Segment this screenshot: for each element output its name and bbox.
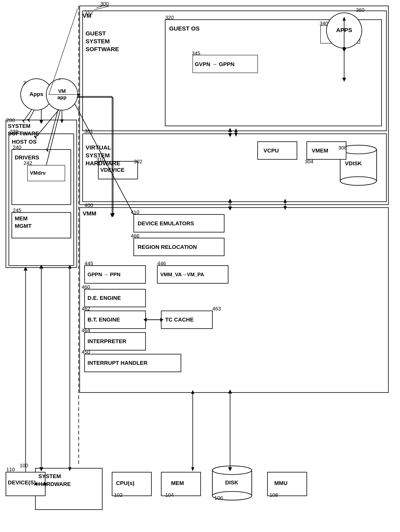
system-hardware-label: SYSTEM [38,473,61,479]
interrupt-handler-text: INTERRUPT HANDLER [88,360,148,366]
ref-104: 104 [165,492,174,498]
ref-460: 460 [82,284,90,290]
ref-245: 245 [13,207,21,213]
de-engine-text: D.E. ENGINE [88,295,121,301]
ref-340: 340 [319,20,328,26]
vdisk-text: VDISK [345,160,362,166]
guest-os-label: GUEST OS [169,25,200,32]
mem-mgmt-text2: MGMT [15,223,32,229]
ref-445: 445 [85,260,93,266]
ref-312: 312 [85,9,93,15]
ref-200: 200 [6,117,15,123]
svg-point-22 [212,466,252,475]
ref-302: 302 [134,158,142,165]
ref-464: 464 [82,327,90,333]
apps-left-text: Apps [30,91,43,97]
system-software-label: SYSTEM [8,123,31,129]
diagram-container: 300 VM 312 GUEST SYSTEM SOFTWARE 320 GUE… [0,0,400,532]
gppn-ppn-text: GPPN → PPN [88,272,120,277]
vdevice-text: VDEVICE [100,167,125,173]
ref-304: 304 [305,158,313,165]
ref-400: 400 [85,202,93,208]
ref-306: 306 [338,145,347,151]
ref-466: 466 [131,233,139,239]
region-relocation-text: REGION RELOCATION [138,244,197,250]
ref-220: 220 [10,129,18,135]
svg-line-94 [29,110,34,120]
vmmva-vmpa-text: VMM_VA→VM_PA [160,272,204,277]
guest-system-software-label3: SOFTWARE [86,46,119,52]
disk-text: DISK [225,480,238,486]
vmem-text: VMEM [312,148,328,154]
ref-300: 300 [100,1,109,7]
mmu-text: MMU [274,480,288,486]
drivers-label: DRIVERS [15,154,39,161]
svg-marker-110 [191,467,194,471]
bt-engine-text: B.T. ENGINE [88,317,120,323]
vm-app-text2: app [57,95,67,100]
mem-mgmt-text: MEM [15,215,28,222]
guest-system-software-label2: SYSTEM [86,38,110,44]
ref-462: 462 [82,306,90,312]
ref-310: 310 [96,157,105,163]
ref-108: 108 [269,492,278,498]
ref-242: 242 [24,160,32,166]
ref-360: 360 [356,7,364,13]
ref-345: 345 [192,50,200,56]
ref-110: 110 [6,467,15,472]
ref-410: 410 [131,209,139,215]
svg-point-30 [340,177,376,185]
vsh-label: VIRTUAL [86,144,111,151]
ref-100: 100 [20,462,28,469]
guest-system-software-label: GUEST [86,30,106,37]
mem-text: MEM [171,480,184,486]
vmm-label: VMM [83,210,96,217]
ref-240: 240 [13,144,21,150]
cpu-s-text: CPU(s) [116,480,134,486]
device-s-text: DEVICE(S) [8,480,36,486]
tc-cache-text: TC CACHE [165,317,194,323]
device-emulators-text: DEVICE EMULATORS [138,220,194,227]
ref-450: 450 [82,349,90,355]
host-os-label: HOST OS [12,139,37,145]
ref-106: 106 [214,495,223,501]
diagram-svg: 300 VM 312 GUEST SYSTEM SOFTWARE 320 GUE… [0,0,400,532]
vcpu-text: VCPU [263,148,279,154]
interpreter-text: INTERPRETER [88,338,126,344]
ref-102: 102 [114,492,123,498]
ref-320: 320 [165,15,174,20]
ref-446: 446 [157,260,166,266]
gvpn-gppn-text: GVPN → GPPN [195,61,234,67]
ref-301: 301 [85,128,93,134]
ref-463: 463 [212,306,221,312]
vmdrv-text: VMdrv [30,170,46,176]
vm-app-text: VM [58,88,66,94]
